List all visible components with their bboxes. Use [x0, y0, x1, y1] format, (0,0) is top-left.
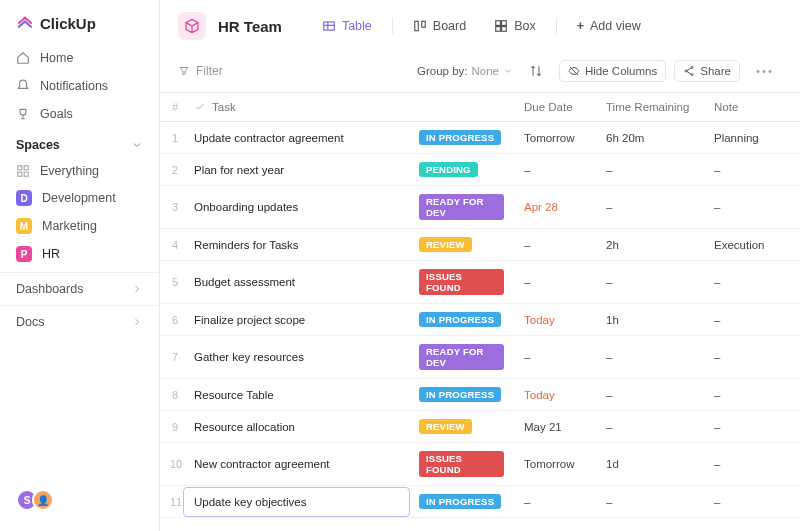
- status-cell[interactable]: ISSUES FOUND: [409, 443, 514, 485]
- svg-rect-3: [24, 172, 28, 176]
- space-development[interactable]: D Development: [0, 184, 159, 212]
- table-row[interactable]: 5Budget assessmentISSUES FOUND–––: [160, 261, 800, 304]
- time-remaining-cell[interactable]: 6h 20m: [596, 124, 704, 152]
- status-cell[interactable]: REVIEW: [409, 229, 514, 260]
- space-badge-p: P: [16, 246, 32, 262]
- table-row[interactable]: 1Update contractor agreementIN PROGRESST…: [160, 122, 800, 154]
- status-badge: READY FOR DEV: [419, 194, 504, 220]
- table-row[interactable]: 3Onboarding updatesREADY FOR DEVApr 28––: [160, 186, 800, 229]
- due-date-cell[interactable]: May 21: [514, 413, 596, 441]
- share-button[interactable]: Share: [674, 60, 740, 82]
- status-cell[interactable]: READY FOR DEV: [409, 336, 514, 378]
- table-row[interactable]: 9Resource allocationREVIEWMay 21––: [160, 411, 800, 443]
- hide-columns-button[interactable]: Hide Columns: [559, 60, 666, 82]
- col-header-note[interactable]: Note: [704, 93, 800, 121]
- space-hr[interactable]: P HR: [0, 240, 159, 268]
- note-cell[interactable]: –: [704, 488, 800, 516]
- task-name-cell[interactable]: Update key objectives: [184, 488, 409, 516]
- note-cell[interactable]: –: [704, 193, 800, 221]
- task-name-cell[interactable]: Resource Table: [184, 381, 409, 409]
- task-name-cell[interactable]: Reminders for Tasks: [184, 231, 409, 259]
- task-name-cell[interactable]: Plan for next year: [184, 156, 409, 184]
- due-date-cell[interactable]: Tomorrow: [514, 124, 596, 152]
- status-cell[interactable]: REVIEW: [409, 411, 514, 442]
- group-by-button[interactable]: Group by: None: [417, 65, 513, 77]
- note-cell[interactable]: –: [704, 268, 800, 296]
- due-date-cell[interactable]: Today: [514, 306, 596, 334]
- logo[interactable]: ClickUp: [0, 14, 159, 44]
- task-name-cell[interactable]: Finalize project scope: [184, 306, 409, 334]
- col-header-time[interactable]: Time Remaining: [596, 93, 704, 121]
- status-cell[interactable]: IN PROGRESS: [409, 122, 514, 153]
- time-remaining-cell[interactable]: 1d: [596, 450, 704, 478]
- spaces-header-label: Spaces: [16, 138, 60, 152]
- view-box[interactable]: Box: [486, 14, 544, 38]
- table-row[interactable]: 6Finalize project scopeIN PROGRESSToday1…: [160, 304, 800, 336]
- status-cell[interactable]: ISSUES FOUND: [409, 261, 514, 303]
- note-cell[interactable]: Execution: [704, 231, 800, 259]
- filter-button[interactable]: Filter: [178, 64, 223, 78]
- nav-docs[interactable]: Docs: [0, 305, 159, 338]
- table-row[interactable]: 4Reminders for TasksREVIEW–2hExecution: [160, 229, 800, 261]
- view-board[interactable]: Board: [405, 14, 474, 38]
- due-date-cell[interactable]: –: [514, 268, 596, 296]
- col-header-status[interactable]: [409, 93, 514, 121]
- table-row[interactable]: 7Gather key resourcesREADY FOR DEV–––: [160, 336, 800, 379]
- workspace-icon[interactable]: [178, 12, 206, 40]
- col-header-index[interactable]: #: [160, 93, 184, 121]
- view-table[interactable]: Table: [314, 14, 380, 38]
- due-date-cell[interactable]: –: [514, 231, 596, 259]
- table-row[interactable]: 2Plan for next yearPENDING–––: [160, 154, 800, 186]
- due-date-cell[interactable]: –: [514, 488, 596, 516]
- status-cell[interactable]: IN PROGRESS: [409, 379, 514, 410]
- due-date-cell[interactable]: –: [514, 343, 596, 371]
- add-view-button[interactable]: + Add view: [569, 14, 649, 38]
- task-name-cell[interactable]: Gather key resources: [184, 343, 409, 371]
- col-header-due[interactable]: Due Date: [514, 93, 596, 121]
- time-remaining-cell[interactable]: –: [596, 381, 704, 409]
- status-cell[interactable]: IN PROGRESS: [409, 486, 514, 517]
- status-cell[interactable]: IN PROGRESS: [409, 304, 514, 335]
- space-everything[interactable]: Everything: [0, 158, 159, 184]
- more-button[interactable]: •••: [748, 61, 782, 81]
- note-cell[interactable]: Planning: [704, 124, 800, 152]
- note-cell[interactable]: –: [704, 343, 800, 371]
- avatar[interactable]: 👤: [32, 489, 54, 511]
- due-date-cell[interactable]: –: [514, 156, 596, 184]
- note-cell[interactable]: –: [704, 381, 800, 409]
- table-row[interactable]: 11Update key objectivesIN PROGRESS–––: [160, 486, 800, 518]
- spaces-header[interactable]: Spaces: [0, 128, 159, 158]
- due-date-cell[interactable]: Today: [514, 381, 596, 409]
- time-remaining-cell[interactable]: –: [596, 156, 704, 184]
- due-date-cell[interactable]: Tomorrow: [514, 450, 596, 478]
- sort-button[interactable]: [521, 60, 551, 82]
- task-name-cell[interactable]: Resource allocation: [184, 413, 409, 441]
- task-name-cell[interactable]: New contractor agreement: [184, 450, 409, 478]
- time-remaining-cell[interactable]: –: [596, 193, 704, 221]
- due-date-cell[interactable]: Apr 28: [514, 193, 596, 221]
- time-remaining-cell[interactable]: –: [596, 343, 704, 371]
- note-cell[interactable]: –: [704, 306, 800, 334]
- status-cell[interactable]: READY FOR DEV: [409, 186, 514, 228]
- col-header-task[interactable]: Task: [184, 93, 409, 121]
- nav-dashboards[interactable]: Dashboards: [0, 272, 159, 305]
- table-row[interactable]: 10New contractor agreementISSUES FOUNDTo…: [160, 443, 800, 486]
- time-remaining-cell[interactable]: –: [596, 268, 704, 296]
- nav-goals[interactable]: Goals: [0, 100, 159, 128]
- status-cell[interactable]: PENDING: [409, 154, 514, 185]
- space-marketing[interactable]: M Marketing: [0, 212, 159, 240]
- note-cell[interactable]: –: [704, 413, 800, 441]
- note-cell[interactable]: –: [704, 156, 800, 184]
- row-index: 2: [160, 156, 184, 184]
- task-name-cell[interactable]: Update contractor agreement: [184, 124, 409, 152]
- note-cell[interactable]: –: [704, 450, 800, 478]
- time-remaining-cell[interactable]: 2h: [596, 231, 704, 259]
- task-name-cell[interactable]: Budget assessment: [184, 268, 409, 296]
- nav-home[interactable]: Home: [0, 44, 159, 72]
- time-remaining-cell[interactable]: –: [596, 413, 704, 441]
- table-row[interactable]: 8Resource TableIN PROGRESSToday––: [160, 379, 800, 411]
- nav-notifications[interactable]: Notifications: [0, 72, 159, 100]
- task-name-cell[interactable]: Onboarding updates: [184, 193, 409, 221]
- time-remaining-cell[interactable]: –: [596, 488, 704, 516]
- time-remaining-cell[interactable]: 1h: [596, 306, 704, 334]
